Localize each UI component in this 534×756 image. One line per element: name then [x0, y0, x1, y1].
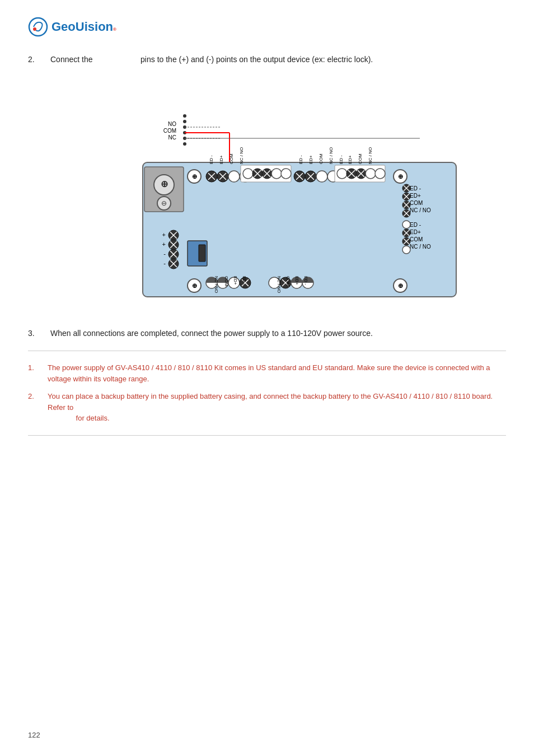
svg-text:COM: COM — [224, 276, 229, 287]
svg-text:ED+: ED+ — [410, 229, 421, 235]
svg-text:⊕: ⊕ — [161, 179, 168, 189]
divider-2 — [28, 435, 506, 436]
svg-text:ED+: ED+ — [219, 155, 224, 164]
svg-point-40 — [271, 169, 282, 179]
svg-point-5 — [183, 114, 186, 118]
svg-text:COM: COM — [410, 236, 423, 242]
geovision-logo-icon — [28, 17, 48, 37]
note-2: 2. You can place a backup battery in the… — [28, 391, 506, 424]
svg-text:ED -: ED - — [242, 276, 247, 285]
svg-text:NC / NO: NC / NO — [410, 207, 431, 213]
svg-text:⊕: ⊕ — [398, 282, 403, 289]
svg-text:+: + — [162, 231, 166, 238]
svg-text:ED+: ED+ — [348, 155, 353, 164]
svg-point-6 — [183, 120, 186, 123]
svg-point-0 — [29, 18, 47, 36]
svg-text:COM: COM — [358, 153, 363, 164]
svg-point-30 — [228, 171, 240, 182]
svg-text:ED -: ED - — [209, 155, 214, 164]
step-2: 2. Connect the pins to the (+) and (-) p… — [28, 54, 506, 66]
svg-point-1 — [33, 27, 36, 31]
svg-text:⊖: ⊖ — [161, 199, 167, 207]
svg-point-10 — [183, 142, 186, 146]
divider-1 — [28, 351, 506, 351]
note-1-number: 1. — [28, 362, 48, 384]
svg-point-58 — [366, 169, 376, 179]
svg-point-51 — [337, 169, 347, 179]
svg-text:⊕: ⊕ — [398, 173, 403, 180]
logo-area: GeoUision® — [28, 17, 506, 37]
svg-text:-: - — [163, 250, 166, 257]
svg-point-48 — [316, 171, 327, 182]
svg-text:ED -: ED - — [410, 185, 421, 192]
svg-text:ED -: ED - — [339, 155, 344, 164]
svg-text:ED+: ED+ — [308, 155, 313, 164]
svg-text:ED -: ED - — [298, 155, 303, 164]
svg-text:+: + — [162, 241, 166, 248]
svg-text:COM: COM — [163, 128, 176, 134]
board-svg: NO COM NC ⊕ ⊖ ⊕ — [56, 76, 476, 311]
svg-point-101 — [402, 246, 410, 254]
svg-text:COM: COM — [229, 153, 234, 164]
svg-text:ED -: ED - — [410, 222, 421, 228]
svg-point-59 — [375, 169, 385, 179]
step-3: 3. When all connections are completed, c… — [28, 328, 506, 339]
svg-text:⊕: ⊕ — [192, 282, 197, 289]
svg-text:NC / NO: NC / NO — [410, 244, 431, 250]
note-2-number: 2. — [28, 391, 48, 424]
svg-text:NC: NC — [168, 134, 176, 141]
svg-point-33 — [243, 169, 253, 179]
note-2-text: You can place a backup battery in the su… — [48, 391, 506, 424]
svg-text:COM: COM — [285, 276, 291, 287]
step-3-text: When all connections are completed, conn… — [50, 328, 506, 339]
page-number: 122 — [28, 731, 40, 739]
svg-rect-119 — [199, 245, 205, 262]
step-2-number: 2. — [28, 54, 50, 66]
step-3-number: 3. — [28, 328, 50, 339]
svg-text:NC / NO: NC / NO — [329, 147, 334, 164]
svg-text:NC / NO: NC / NO — [277, 276, 282, 293]
board-diagram: NO COM NC ⊕ ⊖ ⊕ — [56, 76, 476, 311]
svg-text:COM: COM — [410, 200, 423, 206]
svg-text:ED+: ED+ — [233, 276, 238, 285]
svg-text:ED+: ED+ — [294, 276, 299, 285]
svg-text:NC / NO: NC / NO — [239, 147, 244, 164]
svg-text:-: - — [163, 260, 166, 267]
logo-text: GeoUision® — [51, 20, 116, 34]
svg-point-94 — [402, 221, 410, 228]
step-2-text: Connect the pins to the (+) and (-) poin… — [50, 54, 506, 66]
svg-text:COM: COM — [318, 153, 324, 164]
svg-text:NO: NO — [168, 121, 176, 127]
svg-point-41 — [281, 169, 291, 179]
svg-text:⊕: ⊕ — [192, 173, 197, 180]
svg-text:ED+: ED+ — [410, 193, 421, 199]
note-1: 1. The power supply of GV-AS410 / 4110 /… — [28, 362, 506, 384]
svg-text:NC / NO: NC / NO — [214, 276, 219, 293]
note-1-text: The power supply of GV-AS410 / 4110 / 81… — [48, 362, 506, 384]
svg-text:NC / NO: NC / NO — [368, 147, 373, 164]
svg-text:ED -: ED - — [303, 276, 308, 285]
notes-section: 1. The power supply of GV-AS410 / 4110 /… — [28, 362, 506, 424]
